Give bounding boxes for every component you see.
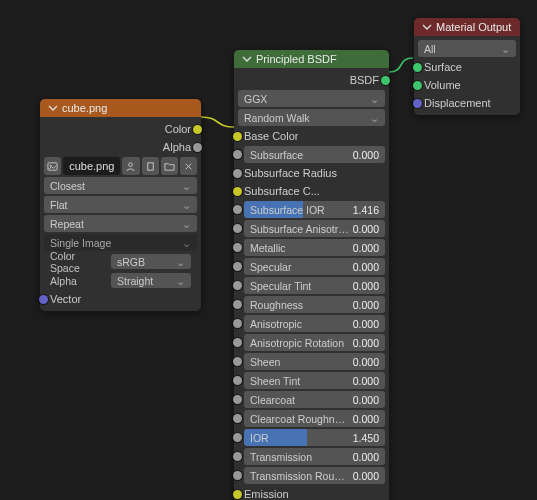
input-emission[interactable]: Emission [238, 486, 385, 500]
slider-clearcoat-roughness[interactable]: Clearcoat Roughness0.000 [244, 410, 385, 427]
input-subsurface-ior[interactable]: Subsurface IOR1.416 [238, 201, 385, 218]
node-header-principled[interactable]: Principled BSDF [234, 50, 389, 68]
input-clearcoat[interactable]: Clearcoat0.000 [238, 391, 385, 408]
input-sheen-tint[interactable]: Sheen Tint0.000 [238, 372, 385, 389]
input-surface[interactable]: Surface [418, 59, 516, 75]
image-browse-icon[interactable] [44, 157, 61, 175]
input-volume[interactable]: Volume [418, 77, 516, 93]
socket-in[interactable] [233, 205, 242, 214]
input-transmission-roughness[interactable]: Transmission Roughness0.000 [238, 467, 385, 484]
collapse-icon[interactable] [48, 103, 58, 113]
input-vector[interactable]: Vector [44, 291, 197, 307]
slider-anisotropic-rotation[interactable]: Anisotropic Rotation0.000 [244, 334, 385, 351]
socket-surface-in[interactable] [413, 63, 422, 72]
socket-in[interactable] [233, 187, 242, 196]
socket-in[interactable] [233, 300, 242, 309]
input-ior[interactable]: IOR1.450 [238, 429, 385, 446]
alpha-mode-select[interactable]: Straight ⌄ [111, 273, 191, 288]
socket-in[interactable] [233, 376, 242, 385]
slider-anisotropic[interactable]: Anisotropic0.000 [244, 315, 385, 332]
output-bsdf[interactable]: BSDF [238, 72, 385, 88]
input-sheen[interactable]: Sheen0.000 [238, 353, 385, 370]
projection-select[interactable]: Flat ⌄ [44, 196, 197, 213]
socket-in[interactable] [233, 224, 242, 233]
node-title: cube.png [62, 102, 107, 114]
wire-color-to-basecolor [201, 117, 234, 127]
socket-in[interactable] [233, 169, 242, 178]
input-anisotropic[interactable]: Anisotropic0.000 [238, 315, 385, 332]
collapse-icon[interactable] [422, 22, 432, 32]
socket-in[interactable] [233, 281, 242, 290]
slider-sheen[interactable]: Sheen0.000 [244, 353, 385, 370]
interpolation-select[interactable]: Closest ⌄ [44, 177, 197, 194]
socket-in[interactable] [233, 490, 242, 499]
unlink-icon[interactable] [180, 157, 197, 175]
socket-displacement-in[interactable] [413, 99, 422, 108]
socket-in[interactable] [233, 243, 242, 252]
users-icon[interactable] [122, 157, 139, 175]
slider-transmission[interactable]: Transmission0.000 [244, 448, 385, 465]
slider-specular-tint[interactable]: Specular Tint0.000 [244, 277, 385, 294]
alpha-mode-row[interactable]: Alpha Straight ⌄ [44, 272, 197, 289]
input-metallic[interactable]: Metallic0.000 [238, 239, 385, 256]
color-space-row[interactable]: Color Space sRGB ⌄ [44, 253, 197, 270]
input-base-color[interactable]: Base Color [238, 128, 385, 144]
extension-select[interactable]: Repeat ⌄ [44, 215, 197, 232]
node-header-output[interactable]: Material Output [414, 18, 520, 36]
input-displacement[interactable]: Displacement [418, 95, 516, 111]
socket-in[interactable] [233, 132, 242, 141]
input-subsurface[interactable]: Subsurface0.000 [238, 146, 385, 163]
socket-in[interactable] [233, 262, 242, 271]
node-principled-bsdf[interactable]: Principled BSDF BSDF GGX ⌄ Random Walk ⌄… [234, 50, 389, 500]
socket-color-out[interactable] [193, 125, 202, 134]
socket-in[interactable] [233, 452, 242, 461]
output-color[interactable]: Color [44, 121, 197, 137]
collapse-icon[interactable] [242, 54, 252, 64]
subsurface-method-select[interactable]: Random Walk ⌄ [238, 109, 385, 126]
input-subsurface-radius[interactable]: Subsurface Radius [238, 165, 385, 181]
input-subsurface-anisotropy[interactable]: Subsurface Anisotropy0.000 [238, 220, 385, 237]
socket-in[interactable] [233, 471, 242, 480]
socket-in[interactable] [233, 357, 242, 366]
socket-in[interactable] [233, 433, 242, 442]
socket-in[interactable] [233, 395, 242, 404]
fake-user-icon[interactable] [142, 157, 159, 175]
output-alpha[interactable]: Alpha [44, 139, 197, 155]
slider-metallic[interactable]: Metallic0.000 [244, 239, 385, 256]
socket-volume-in[interactable] [413, 81, 422, 90]
image-source[interactable]: Single Image ⌄ [44, 234, 197, 251]
socket-in[interactable] [233, 319, 242, 328]
slider-roughness[interactable]: Roughness0.000 [244, 296, 385, 313]
svg-rect-3 [147, 162, 153, 169]
socket-in[interactable] [233, 414, 242, 423]
input-specular[interactable]: Specular0.000 [238, 258, 385, 275]
input-anisotropic-rotation[interactable]: Anisotropic Rotation0.000 [238, 334, 385, 351]
node-image-texture[interactable]: cube.png Color Alpha cube.png [40, 99, 201, 311]
input-transmission[interactable]: Transmission0.000 [238, 448, 385, 465]
slider-subsurface-ior[interactable]: Subsurface IOR1.416 [244, 201, 385, 218]
target-select[interactable]: All ⌄ [418, 40, 516, 57]
slider-ior[interactable]: IOR1.450 [244, 429, 385, 446]
socket-bsdf-out[interactable] [381, 76, 390, 85]
node-material-output[interactable]: Material Output All ⌄ Surface Volume Dis… [414, 18, 520, 115]
input-clearcoat-roughness[interactable]: Clearcoat Roughness0.000 [238, 410, 385, 427]
slider-subsurface-anisotropy[interactable]: Subsurface Anisotropy0.000 [244, 220, 385, 237]
open-file-icon[interactable] [161, 157, 178, 175]
socket-in[interactable] [233, 338, 242, 347]
slider-transmission-roughness[interactable]: Transmission Roughness0.000 [244, 467, 385, 484]
input-roughness[interactable]: Roughness0.000 [238, 296, 385, 313]
slider-specular[interactable]: Specular0.000 [244, 258, 385, 275]
image-filename[interactable]: cube.png [63, 157, 120, 175]
socket-in[interactable] [233, 150, 242, 159]
distribution-select[interactable]: GGX ⌄ [238, 90, 385, 107]
input-specular-tint[interactable]: Specular Tint0.000 [238, 277, 385, 294]
socket-vector-in[interactable] [39, 295, 48, 304]
socket-alpha-out[interactable] [193, 143, 202, 152]
slider-clearcoat[interactable]: Clearcoat0.000 [244, 391, 385, 408]
color-space-select[interactable]: sRGB ⌄ [111, 254, 191, 269]
slider-sheen-tint[interactable]: Sheen Tint0.000 [244, 372, 385, 389]
input-subsurface-c-[interactable]: Subsurface C... [238, 183, 385, 199]
slider-subsurface[interactable]: Subsurface0.000 [244, 146, 385, 163]
image-file-field[interactable]: cube.png [44, 157, 197, 175]
node-header-image[interactable]: cube.png [40, 99, 201, 117]
